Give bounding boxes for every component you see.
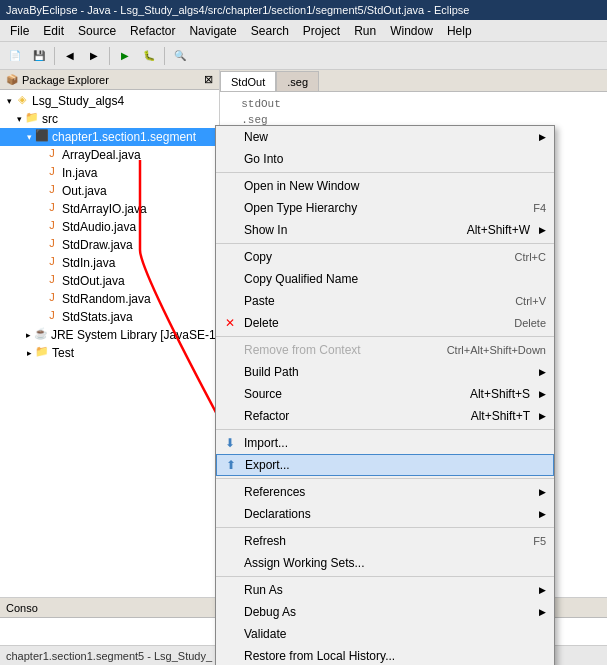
ctx-show-in[interactable]: Show In Alt+Shift+W [216, 219, 554, 241]
toolbar-back[interactable]: ◀ [59, 45, 81, 67]
tree-stdstats-label: StdStats.java [62, 310, 133, 324]
tree-project-label: Lsg_Study_algs4 [32, 94, 124, 108]
ctx-open-type-shortcut: F4 [533, 202, 546, 214]
title-text: JavaByEclipse - Java - Lsg_Study_algs4/s… [6, 4, 469, 16]
tree-test[interactable]: ▸ 📁 Test [0, 344, 219, 362]
tree-stdstats[interactable]: J StdStats.java [0, 308, 219, 326]
tree-in[interactable]: J In.java [0, 164, 219, 182]
ctx-refactor[interactable]: Refactor Alt+Shift+T [216, 405, 554, 427]
ctx-validate[interactable]: Validate [216, 623, 554, 645]
menu-source[interactable]: Source [72, 22, 122, 40]
tree-arrow-src: ▾ [14, 114, 24, 124]
tree-stdarrayio[interactable]: J StdArrayIO.java [0, 200, 219, 218]
tree-stdaudio[interactable]: J StdAudio.java [0, 218, 219, 236]
tree-stdout-label: StdOut.java [62, 274, 125, 288]
toolbar-run[interactable]: ▶ [114, 45, 136, 67]
ctx-remove-context-label: Remove from Context [244, 343, 361, 357]
ctx-restore-local-history[interactable]: Restore from Local History... [216, 645, 554, 665]
toolbar-forward[interactable]: ▶ [83, 45, 105, 67]
ctx-sep5 [216, 478, 554, 479]
project-icon: ◈ [14, 93, 30, 109]
title-bar: JavaByEclipse - Java - Lsg_Study_algs4/s… [0, 0, 607, 20]
ctx-source[interactable]: Source Alt+Shift+S [216, 383, 554, 405]
tree-arrow-jre: ▸ [23, 330, 33, 340]
menu-project[interactable]: Project [297, 22, 346, 40]
tree-arraydeal-label: ArrayDeal.java [62, 148, 141, 162]
ctx-gointo[interactable]: Go Into [216, 148, 554, 170]
editor-tab-bar: StdOut .seg [220, 70, 607, 92]
tree-src[interactable]: ▾ 📁 src [0, 110, 219, 128]
toolbar-save[interactable]: 💾 [28, 45, 50, 67]
ctx-remove-context-shortcut: Ctrl+Alt+Shift+Down [447, 344, 546, 356]
toolbar-search[interactable]: 🔍 [169, 45, 191, 67]
ctx-paste[interactable]: Paste Ctrl+V [216, 290, 554, 312]
code-line-1: stdOut [228, 96, 599, 112]
editor-tab-seg[interactable]: .seg [276, 71, 319, 91]
main-area: 📦 Package Explorer ⊠ ▾ ◈ Lsg_Study_algs4… [0, 70, 607, 625]
tree-stdin[interactable]: J StdIn.java [0, 254, 219, 272]
ctx-debug-as[interactable]: Debug As [216, 601, 554, 623]
package-explorer: 📦 Package Explorer ⊠ ▾ ◈ Lsg_Study_algs4… [0, 70, 220, 625]
editor-tab-stdout[interactable]: StdOut [220, 71, 276, 91]
ctx-assign-working-sets[interactable]: Assign Working Sets... [216, 552, 554, 574]
ctx-copy-shortcut: Ctrl+C [515, 251, 546, 263]
java-icon-5: J [44, 219, 60, 235]
menu-refactor[interactable]: Refactor [124, 22, 181, 40]
ctx-references[interactable]: References [216, 481, 554, 503]
ctx-declarations[interactable]: Declarations [216, 503, 554, 525]
ctx-paste-label: Paste [244, 294, 275, 308]
package-explorer-header: 📦 Package Explorer ⊠ [0, 70, 219, 90]
ctx-copy-label: Copy [244, 250, 272, 264]
java-icon-9: J [44, 291, 60, 307]
menu-file[interactable]: File [4, 22, 35, 40]
package-icon: ⬛ [34, 129, 50, 145]
toolbar-sep1 [54, 47, 55, 65]
menu-edit[interactable]: Edit [37, 22, 70, 40]
ctx-run-as[interactable]: Run As [216, 579, 554, 601]
ctx-build-path[interactable]: Build Path [216, 361, 554, 383]
ctx-import[interactable]: ⬇ Import... [216, 432, 554, 454]
tree-jre[interactable]: ▸ ☕ JRE System Library [JavaSE-1. [0, 326, 219, 344]
panel-minimize[interactable]: ⊠ [204, 73, 213, 86]
package-explorer-icon: 📦 [6, 74, 18, 85]
ctx-build-path-label: Build Path [244, 365, 299, 379]
menu-run[interactable]: Run [348, 22, 382, 40]
tree-package-selected[interactable]: ▾ ⬛ chapter1.section1.segment [0, 128, 219, 146]
toolbar-new[interactable]: 📄 [4, 45, 26, 67]
ctx-new[interactable]: New [216, 126, 554, 148]
menu-window[interactable]: Window [384, 22, 439, 40]
ctx-copy[interactable]: Copy Ctrl+C [216, 246, 554, 268]
delete-icon: ✕ [222, 315, 238, 331]
src-icon: 📁 [24, 111, 40, 127]
status-text: chapter1.section1.segment5 - Lsg_Study_ [6, 650, 212, 662]
tree-out[interactable]: J Out.java [0, 182, 219, 200]
menu-search[interactable]: Search [245, 22, 295, 40]
ctx-copy-qualified[interactable]: Copy Qualified Name [216, 268, 554, 290]
tree-test-label: Test [52, 346, 74, 360]
export-icon: ⬆ [223, 457, 239, 473]
test-folder-icon: 📁 [34, 345, 50, 361]
toolbar: 📄 💾 ◀ ▶ ▶ 🐛 🔍 [0, 42, 607, 70]
ctx-copy-qualified-label: Copy Qualified Name [244, 272, 358, 286]
ctx-export[interactable]: ⬆ Export... [216, 454, 554, 476]
tree-stdout[interactable]: J StdOut.java [0, 272, 219, 290]
ctx-delete[interactable]: ✕ Delete Delete [216, 312, 554, 334]
tree-in-label: In.java [62, 166, 97, 180]
ctx-open-type[interactable]: Open Type Hierarchy F4 [216, 197, 554, 219]
ctx-restore-local-history-label: Restore from Local History... [244, 649, 395, 663]
menu-help[interactable]: Help [441, 22, 478, 40]
ctx-refactor-shortcut: Alt+Shift+T [471, 409, 530, 423]
context-menu: New Go Into Open in New Window Open Type… [215, 125, 555, 665]
ctx-open-new-window[interactable]: Open in New Window [216, 175, 554, 197]
toolbar-debug[interactable]: 🐛 [138, 45, 160, 67]
tree-stdrandom[interactable]: J StdRandom.java [0, 290, 219, 308]
tree-stddraw[interactable]: J StdDraw.java [0, 236, 219, 254]
tree-stdaudio-label: StdAudio.java [62, 220, 136, 234]
tree-arraydeal[interactable]: J ArrayDeal.java [0, 146, 219, 164]
ctx-source-shortcut: Alt+Shift+S [470, 387, 530, 401]
tree-project[interactable]: ▾ ◈ Lsg_Study_algs4 [0, 92, 219, 110]
ctx-delete-label: Delete [244, 316, 279, 330]
ctx-sep7 [216, 576, 554, 577]
ctx-refresh[interactable]: Refresh F5 [216, 530, 554, 552]
menu-navigate[interactable]: Navigate [183, 22, 242, 40]
